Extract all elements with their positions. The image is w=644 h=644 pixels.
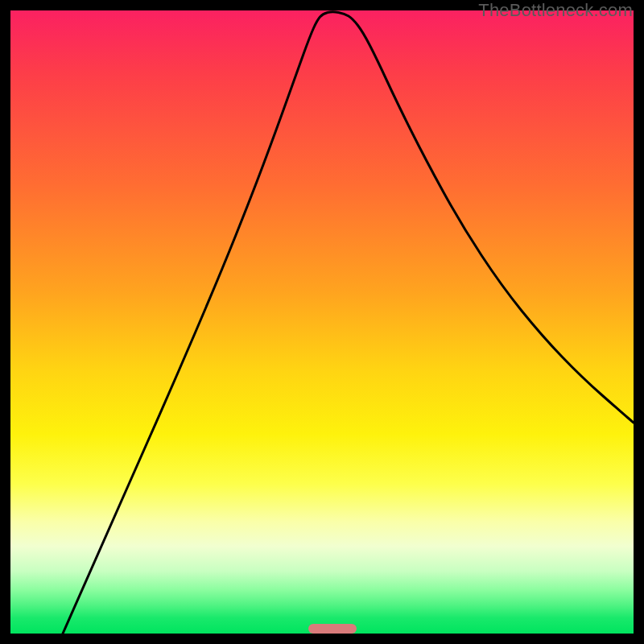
bottleneck-curve [10,10,634,634]
watermark-text: TheBottleneck.com [478,0,633,21]
chart-frame: TheBottleneck.com [0,0,644,644]
plot-area [10,10,634,634]
optimal-range-marker [308,624,357,634]
